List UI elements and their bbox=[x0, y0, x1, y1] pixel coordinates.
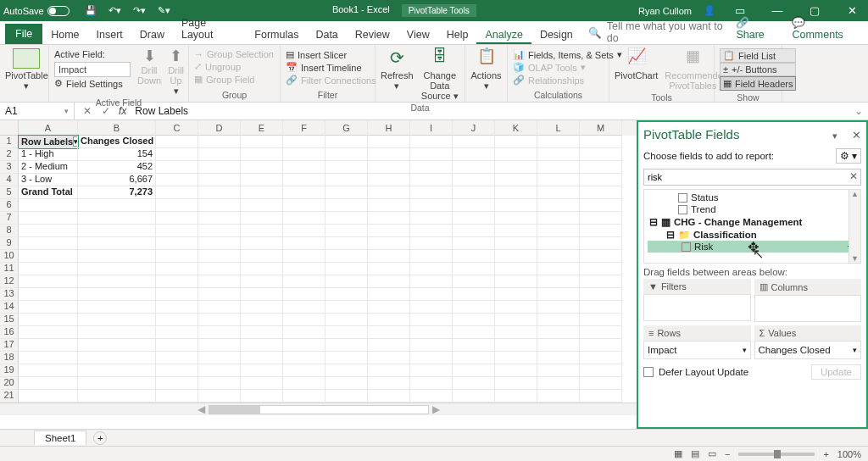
cell-D11[interactable] bbox=[198, 263, 241, 275]
tab-design[interactable]: Design bbox=[531, 25, 581, 44]
cell-G8[interactable] bbox=[326, 225, 368, 237]
cell-B9[interactable] bbox=[78, 237, 156, 250]
comments-button[interactable]: 💬 Comments bbox=[785, 13, 863, 44]
cell-B3[interactable]: 452 bbox=[78, 161, 156, 174]
cell-E12[interactable] bbox=[241, 275, 283, 288]
cell-D6[interactable] bbox=[198, 199, 241, 212]
cell-H12[interactable] bbox=[368, 275, 410, 288]
cell-E7[interactable] bbox=[241, 212, 283, 225]
cell-M1[interactable] bbox=[580, 136, 622, 148]
cell-B10[interactable] bbox=[78, 250, 156, 263]
cell-D8[interactable] bbox=[198, 225, 241, 237]
columns-drop-area[interactable] bbox=[754, 295, 862, 322]
cell-H8[interactable] bbox=[368, 225, 410, 237]
user-name[interactable]: Ryan Cullom bbox=[638, 6, 692, 16]
cell-F5[interactable] bbox=[283, 186, 326, 199]
cell-I15[interactable] bbox=[410, 314, 453, 326]
cell-G19[interactable] bbox=[326, 364, 368, 377]
field-list-toggle[interactable]: 📋Field List bbox=[720, 48, 796, 63]
cell-L17[interactable] bbox=[537, 339, 580, 352]
column-header-G[interactable]: G bbox=[326, 120, 368, 136]
pane-close-icon[interactable]: ✕ bbox=[852, 129, 861, 142]
cell-J3[interactable] bbox=[453, 161, 495, 174]
cell-G18[interactable] bbox=[326, 352, 368, 364]
cell-L1[interactable] bbox=[537, 136, 580, 148]
new-sheet-button[interactable]: + bbox=[93, 431, 107, 445]
pivotchart-button[interactable]: 📈PivotChart bbox=[615, 48, 658, 81]
column-header-B[interactable]: B bbox=[78, 120, 156, 136]
cell-I7[interactable] bbox=[410, 212, 453, 225]
cell-G21[interactable] bbox=[326, 390, 368, 403]
tab-page-layout[interactable]: Page Layout bbox=[173, 13, 246, 44]
cell-J8[interactable] bbox=[453, 225, 495, 237]
cell-B20[interactable] bbox=[78, 377, 156, 390]
clear-search-icon[interactable]: ✕ bbox=[849, 170, 858, 182]
cell-E8[interactable] bbox=[241, 225, 283, 237]
cell-I20[interactable] bbox=[410, 377, 453, 390]
cell-G7[interactable] bbox=[326, 212, 368, 225]
cell-F18[interactable] bbox=[283, 352, 326, 364]
cell-E19[interactable] bbox=[241, 364, 283, 377]
cell-D1[interactable] bbox=[198, 136, 241, 148]
cell-B6[interactable] bbox=[78, 199, 156, 212]
cell-F21[interactable] bbox=[283, 390, 326, 403]
scroll-up-icon[interactable]: ▲ bbox=[851, 190, 859, 198]
cell-E1[interactable] bbox=[241, 136, 283, 148]
cell-L14[interactable] bbox=[537, 301, 580, 314]
pivottable-button[interactable]: PivotTable ▾ bbox=[5, 48, 48, 91]
fields-list[interactable]: Status Trend ⊟▦CHG - Change Management ⊟… bbox=[643, 189, 861, 264]
cell-C18[interactable] bbox=[156, 352, 198, 364]
cell-A7[interactable] bbox=[19, 212, 78, 225]
field-search-input[interactable] bbox=[643, 169, 861, 186]
cell-I13[interactable] bbox=[410, 288, 453, 301]
cell-F3[interactable] bbox=[283, 161, 326, 174]
cell-L3[interactable] bbox=[537, 161, 580, 174]
cell-B2[interactable]: 154 bbox=[78, 148, 156, 161]
cell-M17[interactable] bbox=[580, 339, 622, 352]
filter-connections-button[interactable]: 🔗Filter Connections bbox=[286, 74, 376, 86]
insert-slicer-button[interactable]: ▤Insert Slicer bbox=[286, 48, 376, 61]
column-header-D[interactable]: D bbox=[198, 120, 241, 136]
cell-H4[interactable] bbox=[368, 174, 410, 186]
cell-J2[interactable] bbox=[453, 148, 495, 161]
cell-B14[interactable] bbox=[78, 301, 156, 314]
cell-A5[interactable]: Grand Total bbox=[19, 186, 78, 199]
cell-L10[interactable] bbox=[537, 250, 580, 263]
field-settings-button[interactable]: ⚙Field Settings bbox=[54, 77, 131, 90]
cell-E10[interactable] bbox=[241, 250, 283, 263]
cell-A15[interactable] bbox=[19, 314, 78, 326]
cell-C17[interactable] bbox=[156, 339, 198, 352]
cell-H19[interactable] bbox=[368, 364, 410, 377]
chevron-down-icon[interactable]: ▾ bbox=[743, 346, 747, 354]
cell-A9[interactable] bbox=[19, 237, 78, 250]
sheet-tab-sheet1[interactable]: Sheet1 bbox=[34, 430, 86, 445]
enter-formula-icon[interactable]: ✓ bbox=[102, 105, 110, 117]
checkbox-icon[interactable] bbox=[678, 193, 687, 203]
cell-L6[interactable] bbox=[537, 199, 580, 212]
cell-E16[interactable] bbox=[241, 326, 283, 339]
cell-A21[interactable] bbox=[19, 390, 78, 403]
cell-F2[interactable] bbox=[283, 148, 326, 161]
fields-items-sets-button[interactable]: 📊Fields, Items, & Sets ▾ bbox=[513, 48, 622, 61]
cell-M8[interactable] bbox=[580, 225, 622, 237]
cell-J5[interactable] bbox=[453, 186, 495, 199]
cell-C7[interactable] bbox=[156, 212, 198, 225]
actions-button[interactable]: 📋Actions ▾ bbox=[470, 48, 502, 91]
cell-H1[interactable] bbox=[368, 136, 410, 148]
cell-G5[interactable] bbox=[326, 186, 368, 199]
cell-I21[interactable] bbox=[410, 390, 453, 403]
column-header-L[interactable]: L bbox=[537, 120, 580, 136]
cell-A17[interactable] bbox=[19, 339, 78, 352]
chevron-down-icon[interactable]: ▾ bbox=[853, 346, 857, 354]
cell-A10[interactable] bbox=[19, 250, 78, 263]
field-risk[interactable]: Risk ✥ ↖ ▾ bbox=[648, 241, 857, 253]
cell-M4[interactable] bbox=[580, 174, 622, 186]
row-header-17[interactable]: 17 bbox=[0, 339, 19, 352]
cell-K12[interactable] bbox=[495, 275, 537, 288]
row-header-5[interactable]: 5 bbox=[0, 186, 19, 199]
gear-icon[interactable]: ⚙ ▾ bbox=[836, 148, 861, 164]
cell-D20[interactable] bbox=[198, 377, 241, 390]
cell-D12[interactable] bbox=[198, 275, 241, 288]
cell-J12[interactable] bbox=[453, 275, 495, 288]
tab-analyze[interactable]: Analyze bbox=[476, 25, 531, 44]
